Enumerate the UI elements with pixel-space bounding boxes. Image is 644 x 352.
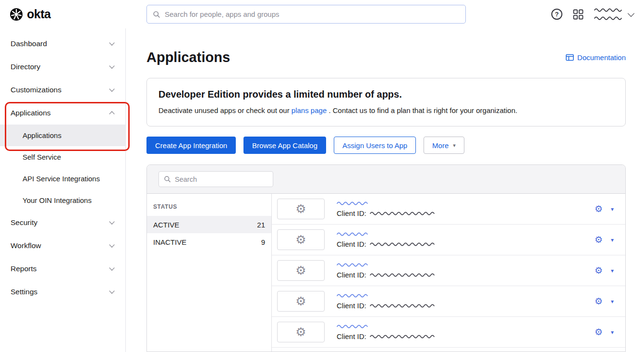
status-filter-label: INACTIVE: [153, 238, 186, 246]
redacted-client-id: [370, 272, 437, 278]
sidebar-item-label: Workflow: [11, 241, 41, 250]
app-row: ⚙ Client ID: ⚙ ▾: [272, 225, 625, 255]
sidebar-item-customizations[interactable]: Customizations: [0, 78, 125, 101]
banner-body-prefix: Deactivate unused apps or check out our: [158, 106, 290, 114]
help-icon[interactable]: ?: [551, 9, 562, 20]
global-search[interactable]: [146, 5, 466, 24]
app-row: ⚙ Client ID: ⚙ ▾: [272, 194, 625, 225]
sidebar-subitem-label: Applications: [23, 131, 61, 139]
row-dropdown-caret-icon[interactable]: ▾: [611, 329, 614, 336]
banner-title: Developer Edition provides a limited num…: [158, 89, 614, 100]
redacted-text: [594, 15, 622, 21]
gear-icon: ⚙: [295, 295, 306, 307]
app-name-link[interactable]: [337, 324, 437, 329]
settings-gear-icon[interactable]: ⚙: [595, 266, 603, 275]
topbar: okta ?: [0, 0, 644, 28]
sidebar-subitem-applications[interactable]: Applications: [0, 125, 125, 146]
browse-app-catalog-button[interactable]: Browse App Catalog: [243, 137, 326, 154]
redacted-app-name: [337, 262, 370, 268]
row-actions: ⚙ ▾: [595, 297, 614, 306]
sidebar-item-applications[interactable]: Applications: [0, 101, 125, 125]
sidebar-item-directory[interactable]: Directory: [0, 55, 125, 78]
page-title: Applications: [146, 50, 230, 65]
sidebar-subitem-your-oin-integrations[interactable]: Your OIN Integrations: [0, 189, 125, 211]
status-filter-active[interactable]: ACTIVE 21: [147, 216, 271, 233]
redacted-client-id: [370, 241, 437, 247]
sidebar-item-security[interactable]: Security: [0, 211, 125, 234]
row-dropdown-caret-icon[interactable]: ▾: [611, 298, 614, 305]
banner-body-suffix: . Contact us to find a plan that is righ…: [328, 106, 517, 114]
redacted-app-name: [337, 324, 370, 329]
topbar-right: ?: [551, 0, 633, 28]
chevron-down-icon: [109, 63, 114, 68]
app-logo-placeholder: ⚙: [277, 229, 325, 250]
app-row: ⚙ Client ID: ⚙ ▾: [272, 255, 625, 286]
table-search-input[interactable]: [175, 176, 268, 183]
app-name-link[interactable]: [337, 262, 437, 268]
sidebar-subitem-self-service[interactable]: Self Service: [0, 146, 125, 168]
client-id-line: Client ID:: [337, 240, 437, 248]
sidebar-item-label: Settings: [11, 288, 37, 296]
row-actions: ⚙ ▾: [595, 327, 614, 337]
table-toolbar: [147, 165, 625, 194]
global-search-input[interactable]: [165, 10, 460, 18]
settings-gear-icon[interactable]: ⚙: [595, 327, 603, 337]
client-id-label: Client ID:: [337, 302, 366, 310]
settings-gear-icon[interactable]: ⚙: [595, 204, 603, 214]
redacted-client-id: [370, 303, 437, 309]
caret-down-icon: ▾: [453, 142, 456, 149]
okta-logo-icon: [10, 8, 23, 21]
app-name-link[interactable]: [337, 201, 437, 206]
redacted-client-id: [370, 334, 437, 339]
row-dropdown-caret-icon[interactable]: ▾: [611, 237, 614, 243]
app-name-link[interactable]: [337, 293, 437, 299]
gear-icon: ⚙: [295, 234, 306, 246]
user-menu[interactable]: [594, 7, 633, 21]
okta-logo[interactable]: okta: [10, 0, 50, 28]
status-filter-label: ACTIVE: [153, 221, 179, 229]
app-logo-placeholder: ⚙: [277, 199, 325, 219]
status-filter-inactive[interactable]: INACTIVE 9: [147, 233, 271, 251]
assign-users-to-app-button[interactable]: Assign Users to App: [334, 137, 416, 154]
app-row: ⚙ Client ID: ⚙ ▾: [272, 317, 625, 348]
documentation-label: Documentation: [577, 53, 626, 62]
settings-gear-icon[interactable]: ⚙: [595, 297, 603, 306]
chevron-down-icon[interactable]: [628, 10, 634, 16]
app-name-link[interactable]: [337, 231, 437, 237]
row-dropdown-caret-icon[interactable]: ▾: [611, 267, 614, 274]
client-id-label: Client ID:: [337, 271, 366, 279]
client-id-line: Client ID:: [337, 271, 437, 279]
table-search[interactable]: [158, 171, 273, 187]
redacted-app-name: [337, 231, 370, 237]
client-id-label: Client ID:: [337, 240, 366, 248]
gear-icon: ⚙: [295, 203, 306, 215]
app-switcher-grid-icon[interactable]: [573, 9, 583, 20]
app-info: Client ID:: [337, 262, 437, 279]
create-app-integration-button[interactable]: Create App Integration: [146, 137, 236, 154]
status-filter-count: 9: [261, 238, 265, 246]
row-dropdown-caret-icon[interactable]: ▾: [611, 206, 614, 213]
documentation-icon: [566, 54, 574, 61]
more-button[interactable]: More ▾: [424, 137, 464, 154]
chevron-down-icon: [109, 219, 114, 224]
sidebar-item-label: Directory: [11, 63, 40, 71]
client-id-label: Client ID:: [337, 332, 366, 340]
status-column-header: STATUS: [147, 194, 271, 216]
client-id-line: Client ID:: [337, 209, 437, 217]
app-logo-placeholder: ⚙: [277, 291, 325, 312]
documentation-link[interactable]: Documentation: [566, 53, 626, 62]
plans-page-link[interactable]: plans page: [292, 106, 327, 114]
app-info: Client ID:: [337, 324, 437, 340]
sidebar-item-settings[interactable]: Settings: [0, 280, 125, 303]
redacted-client-id: [370, 211, 437, 216]
sidebar: Dashboard Directory Customizations Appli…: [0, 28, 126, 352]
app-row: ⚙ Client ID: ⚙ ▾: [272, 286, 625, 317]
sidebar-item-reports[interactable]: Reports: [0, 257, 125, 280]
sidebar-item-label: Dashboard: [11, 39, 47, 48]
settings-gear-icon[interactable]: ⚙: [595, 235, 603, 244]
sidebar-subitem-api-service-integrations[interactable]: API Service Integrations: [0, 168, 125, 189]
more-label: More: [432, 141, 449, 150]
app-info: Client ID:: [337, 201, 437, 217]
sidebar-item-workflow[interactable]: Workflow: [0, 234, 125, 257]
sidebar-item-dashboard[interactable]: Dashboard: [0, 32, 125, 55]
